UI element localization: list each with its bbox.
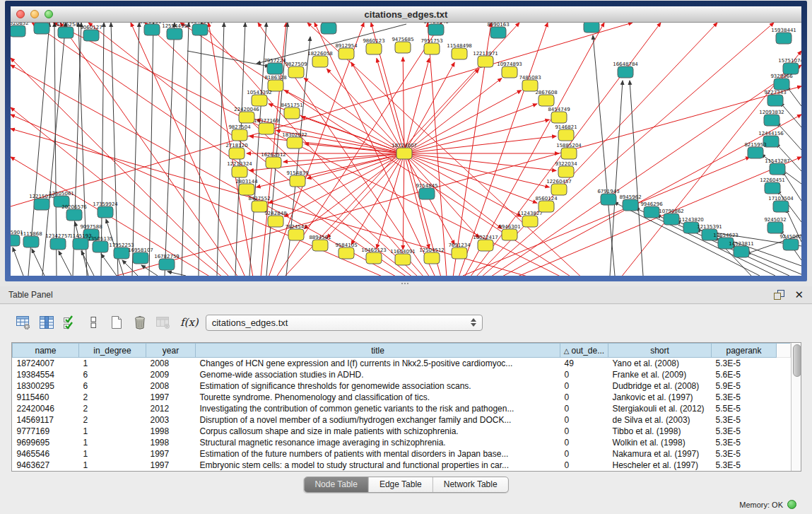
zoom-window-button[interactable] [45, 10, 53, 18]
tab-node-table[interactable]: Node Table [304, 477, 368, 492]
table-row[interactable]: 1456911722003Disruption of a novel membe… [13, 414, 791, 426]
graph-node-yellow[interactable]: 9860123 [363, 38, 384, 54]
select-columns-icon[interactable] [61, 313, 79, 332]
network-window[interactable]: citations_edges.txt 18724007986012389129… [5, 1, 807, 281]
graph-node-yellow[interactable]: 2867608 [535, 90, 557, 106]
close-window-button[interactable] [16, 10, 25, 18]
graph-node-yellow[interactable]: 8454749 [548, 107, 570, 123]
graph-node-yellow[interactable]: 16262512 [261, 152, 286, 168]
graph-node-yellow[interactable]: 8186328 [264, 75, 286, 91]
table-row[interactable]: 2242004622012Investigating the contribut… [13, 403, 791, 414]
column-header-short[interactable]: short [608, 344, 712, 358]
graph-node-yellow[interactable]: 9146821 [555, 124, 577, 141]
citation-nodes[interactable]: 1872400798601238912954182260589827509818… [11, 23, 801, 270]
minimize-window-button[interactable] [30, 10, 39, 18]
graph-node-teal[interactable]: 16156254 [53, 23, 78, 38]
graph-node-yellow[interactable]: 10465123 [361, 247, 387, 264]
graph-node-yellow[interactable]: 11548498 [447, 43, 472, 59]
graph-node-yellow[interactable]: 18226058 [307, 51, 333, 67]
table-options-icon[interactable] [14, 313, 33, 332]
panel-splitter-handle[interactable] [401, 282, 409, 286]
delete-table-icon[interactable] [131, 313, 149, 332]
graph-node-teal[interactable]: 12260451 [760, 177, 785, 194]
node-table-body[interactable]: 1872400712008Changes of HCN gene express… [13, 358, 791, 472]
graph-node-teal[interactable]: 16649304 [187, 23, 213, 35]
graph-node-yellow[interactable]: 7951753 [420, 38, 442, 54]
graph-node-teal[interactable]: 9154845 [416, 183, 437, 199]
graph-node-teal[interactable]: 12215030 [29, 194, 54, 210]
graph-node-yellow[interactable]: 9827504 [228, 124, 251, 141]
graph-node-yellow[interactable]: 9946301 [498, 224, 520, 240]
table-header-row[interactable]: name in_degree year title △out_de... sho… [13, 344, 791, 358]
graph-node-teal[interactable]: 15723641 [423, 23, 449, 35]
column-header-year[interactable]: year [146, 344, 196, 358]
table-row[interactable]: 1938455462009Genome-wide association stu… [13, 369, 791, 380]
graph-node-yellow[interactable]: 12260457 [546, 179, 572, 195]
graph-node-yellow[interactable]: 9242848 [264, 211, 286, 227]
graph-node-teal[interactable]: 6791943 [597, 189, 619, 205]
graph-node-yellow[interactable]: 10543392 [247, 90, 272, 106]
table-scrollbar[interactable] [791, 343, 801, 471]
graph-node-yellow[interactable]: 9154839 [286, 170, 308, 187]
graph-node-yellow[interactable]: 7624541 [285, 224, 307, 240]
column-header-out-degree[interactable]: △out_de... [560, 344, 608, 358]
column-header-pagerank[interactable]: pagerank [712, 344, 777, 358]
graph-node-teal[interactable]: 16648784 [613, 62, 638, 78]
graph-node-yellow[interactable]: 9584105 [335, 243, 357, 259]
table-row[interactable]: 977716911998Corpus callosum shape and si… [13, 426, 791, 437]
graph-node-yellow[interactable]: 8451751 [281, 103, 302, 119]
row-height-icon[interactable] [84, 313, 102, 332]
graph-node-teal[interactable]: 9227343 [764, 90, 786, 106]
network-window-titlebar[interactable]: citations_edges.txt [11, 6, 801, 23]
table-row[interactable]: 946554611997Estimation of the future num… [13, 448, 791, 460]
graph-node-yellow[interactable]: 11243827 [517, 211, 543, 227]
column-header-name[interactable]: name [13, 344, 79, 358]
network-canvas[interactable]: 1872400798601238912954182260589827509818… [11, 23, 801, 276]
tab-edge-table[interactable]: Edge Table [368, 477, 433, 492]
new-table-icon[interactable] [107, 313, 126, 332]
import-table-icon[interactable] [154, 313, 172, 332]
graph-node-teal[interactable]: 12093832 [759, 110, 784, 126]
graph-node-yellow[interactable]: 8912954 [335, 43, 358, 59]
graph-node-yellow[interactable]: 12213971 [473, 51, 498, 67]
graph-node-yellow[interactable]: 2718120 [225, 143, 247, 159]
graph-node-yellow[interactable]: 9322034 [555, 161, 577, 177]
table-row[interactable]: 911546021997Tourette syndrome. Phenomeno… [13, 392, 791, 403]
graph-node-yellow[interactable]: 8560124 [535, 196, 558, 212]
show-column-icon[interactable] [37, 313, 56, 332]
graph-node-yellow[interactable]: 8427552 [248, 196, 270, 212]
graph-node-teal[interactable]: 9245002 [779, 234, 801, 250]
graph-node-teal[interactable]: 8990163 [487, 23, 509, 38]
graph-node-teal[interactable]: 9060127 [80, 25, 102, 41]
graph-node-yellow[interactable]: 2803144 [235, 179, 258, 195]
graph-node-yellow[interactable]: 7485083 [519, 75, 541, 91]
function-builder-icon[interactable]: f(x) [180, 316, 199, 329]
close-panel-icon[interactable]: ✕ [794, 290, 804, 300]
float-panel-icon[interactable] [774, 290, 784, 300]
graph-node-yellow[interactable]: 7691234 [448, 243, 471, 259]
table-row[interactable]: 1872400712008Changes of HCN gene express… [13, 358, 791, 369]
graph-node-teal[interactable]: 20206576 [61, 204, 87, 221]
graph-node-teal[interactable]: 7957224 [264, 58, 286, 74]
graph-node-teal[interactable]: 15751074 [778, 58, 801, 74]
graph-node-teal[interactable]: 17103504 [768, 196, 794, 212]
tab-network-table[interactable]: Network Table [433, 477, 508, 492]
table-scrollbar-thumb[interactable] [793, 344, 801, 377]
table-row[interactable]: 969969511998Structural magnetic resonanc… [13, 437, 791, 448]
graph-node-teal[interactable]: 20301064 [29, 23, 54, 34]
graph-node-teal[interactable]: 12554499 [162, 23, 187, 40]
graph-node-teal[interactable]: 16782759 [154, 254, 180, 270]
graph-node-teal[interactable]: 8945962 [619, 194, 641, 211]
graph-node-teal[interactable]: 9329966 [770, 74, 793, 90]
graph-node-yellow[interactable]: 9827509 [285, 62, 307, 78]
graph-node-teal[interactable]: 15723694 [139, 23, 165, 35]
graph-node-teal[interactable]: 17359924 [93, 201, 118, 218]
column-header-in-degree[interactable]: in_degree [79, 344, 146, 358]
graph-node-teal[interactable]: 8215953 [744, 142, 766, 158]
graph-node-yellow[interactable]: 10022417 [473, 235, 498, 251]
graph-node-teal[interactable]: 12342757 [45, 233, 71, 250]
column-header-title[interactable]: title [196, 344, 560, 358]
table-select-dropdown[interactable]: citations_edges.txt [206, 315, 483, 331]
graph-node-teal[interactable]: 1145193 [69, 233, 91, 250]
table-row[interactable]: 946362711997Embryonic stem cells: a mode… [13, 460, 791, 471]
